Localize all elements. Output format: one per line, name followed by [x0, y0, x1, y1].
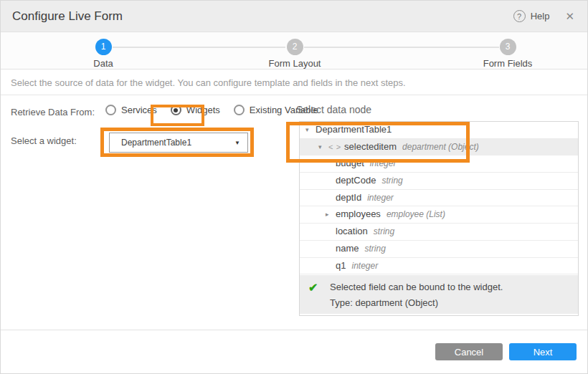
tree-node-budget[interactable]: budgetinteger: [300, 155, 578, 173]
tree-node-q1[interactable]: q1integer: [300, 258, 578, 275]
dialog-footer: Cancel Next: [1, 330, 587, 373]
radio-widgets[interactable]: Widgets: [171, 105, 220, 115]
binding-status-line1: Selected field can be bound to the widge…: [330, 279, 503, 295]
tree-node-employees[interactable]: ▸employeesemployee (List): [300, 206, 578, 224]
radio-selected-icon: [171, 105, 181, 115]
radio-unselected-icon: [105, 105, 116, 115]
node-name: employees: [336, 206, 381, 223]
wizard-step-data[interactable]: 1Data: [71, 39, 136, 69]
widget-select[interactable]: DepartmentTable1 ▼: [109, 133, 248, 153]
step-wizard: 1Data2Form Layout3Form Fields: [1, 32, 587, 69]
tree-node-name[interactable]: namestring: [300, 241, 578, 258]
node-type: department (Object): [402, 139, 479, 155]
dialog-titlebar: Configure Live Form ? Help ✕: [1, 1, 587, 32]
node-name: q1: [336, 258, 346, 274]
radio-label: Widgets: [186, 105, 220, 115]
dialog-content: Retrieve Data From: ServicesWidgetsExist…: [1, 95, 587, 330]
step-connector-line: [304, 47, 499, 48]
next-button[interactable]: Next: [509, 343, 577, 360]
configure-live-form-dialog: Configure Live Form ? Help ✕ 1Data2Form …: [0, 0, 588, 374]
node-type: employee (List): [387, 206, 445, 223]
tree-node-location[interactable]: locationstring: [300, 224, 578, 241]
caret-right-icon[interactable]: ▸: [326, 206, 336, 223]
caret-down-icon[interactable]: ▾: [318, 139, 328, 155]
step-label: Form Layout: [262, 58, 327, 69]
retrieve-data-from-label: Retrieve Data From:: [11, 107, 95, 118]
code-brackets-icon: < >: [328, 139, 341, 155]
widget-select-value: DepartmentTable1: [121, 138, 234, 148]
node-type: integer: [370, 155, 397, 172]
binding-status-line2: Type: department (Object): [330, 295, 503, 311]
tree-node-departmenttable1[interactable]: ▾DepartmentTable1: [300, 122, 578, 139]
binding-status-text: Selected field can be bound to the widge…: [330, 275, 503, 314]
tree-node-deptid[interactable]: deptIdinteger: [300, 190, 578, 207]
data-node-tree-panel: ▾DepartmentTable1▾< >selecteditemdepartm…: [299, 121, 579, 316]
node-name: deptCode: [336, 173, 376, 189]
titlebar-actions: ? Help ✕: [513, 10, 587, 23]
tree-node-selecteditem[interactable]: ▾< >selecteditemdepartment (Object): [300, 139, 578, 156]
radio-unselected-icon: [234, 105, 245, 115]
binding-status-box: ✔ Selected field can be bound to the wid…: [300, 275, 578, 314]
node-type: integer: [367, 190, 394, 206]
dropdown-caret-icon: ▼: [234, 140, 240, 146]
retrieve-data-radio-group: ServicesWidgetsExisting Variable: [105, 105, 318, 115]
wizard-step-description: Select the source of data for the widget…: [1, 69, 587, 95]
node-name: deptId: [336, 190, 361, 206]
node-name: budget: [336, 155, 364, 172]
radio-label: Services: [121, 105, 157, 115]
wizard-step-form-fields[interactable]: 3Form Fields: [475, 39, 540, 69]
node-name: name: [336, 241, 359, 257]
node-type: string: [381, 173, 402, 189]
help-icon[interactable]: ?: [513, 10, 526, 22]
radio-services[interactable]: Services: [105, 105, 157, 115]
node-name: DepartmentTable1: [316, 122, 392, 138]
help-link[interactable]: Help: [531, 11, 550, 21]
green-checkmark-icon: ✔: [300, 275, 330, 314]
step-number-badge: 1: [95, 39, 112, 55]
node-type: integer: [351, 258, 378, 274]
select-widget-label: Select a widget:: [11, 135, 77, 146]
close-icon[interactable]: ✕: [565, 10, 574, 23]
node-name: selecteditem: [344, 139, 397, 155]
tree-node-deptcode[interactable]: deptCodestring: [300, 173, 578, 190]
node-type: string: [365, 241, 386, 257]
node-type: string: [374, 224, 394, 240]
caret-down-icon[interactable]: ▾: [305, 122, 316, 138]
step-connector-line: [113, 47, 285, 48]
select-data-node-label: Select data node: [296, 104, 371, 115]
cancel-button[interactable]: Cancel: [435, 343, 503, 360]
node-name: location: [336, 224, 368, 240]
step-number-badge: 2: [287, 39, 303, 55]
step-number-badge: 3: [500, 39, 516, 55]
dialog-title: Configure Live Form: [1, 9, 513, 24]
wizard-step-form-layout[interactable]: 2Form Layout: [262, 39, 327, 69]
step-label: Data: [71, 58, 136, 69]
step-label: Form Fields: [475, 58, 540, 69]
